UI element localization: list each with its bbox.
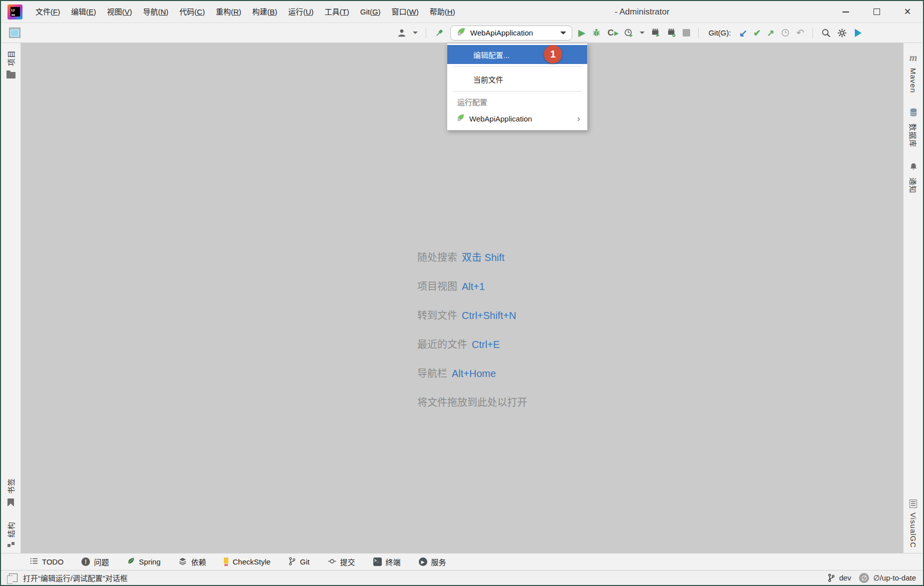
sync-status-icon[interactable]: ∅ — [859, 573, 869, 583]
stripe-item-database[interactable]: 数据库 — [908, 108, 919, 148]
user-account-icon[interactable] — [397, 28, 407, 38]
menu-help[interactable]: 帮助(H) — [424, 1, 461, 22]
visualgc-stripe-label: VisualGC — [909, 512, 918, 548]
git-branch-name[interactable]: dev — [839, 574, 851, 582]
menu-build[interactable]: 构建(B) — [247, 1, 283, 22]
toolwindow-problems[interactable]: ! 问题 — [81, 556, 109, 567]
stripe-item-project[interactable]: 项目 — [5, 50, 16, 78]
close-icon: × — [904, 6, 911, 18]
titlebar: IJ 文件(F) 编辑(E) 视图(V) 导航(N) 代码(C) 重构(R) 构… — [1, 1, 923, 23]
tool-window-toggle-icon[interactable] — [9, 28, 20, 38]
main-menubar: 文件(F) 编辑(E) 视图(V) 导航(N) 代码(C) 重构(R) 构建(B… — [30, 1, 461, 22]
ide-window: IJ 文件(F) 编辑(E) 视图(V) 导航(N) 代码(C) 重构(R) 构… — [0, 0, 924, 586]
stripe-item-structure[interactable]: 结构 — [5, 522, 16, 547]
statusbar-message: 打开“编辑运行/调试配置”对话框 — [23, 572, 127, 583]
menu-tools[interactable]: 工具(T) — [319, 1, 355, 22]
git-branch-icon — [288, 557, 296, 567]
close-button[interactable]: × — [892, 1, 923, 22]
toolbar-right-cluster: WebApiApplication ▶ C▶ Git(G): ↙ ✔ — [397, 23, 863, 42]
menu-git[interactable]: Git(G) — [355, 1, 386, 22]
maximize-icon — [874, 8, 880, 15]
menu-window[interactable]: 窗口(W) — [386, 1, 424, 22]
menu-refactor[interactable]: 重构(R) — [210, 1, 247, 22]
build-hammer-icon[interactable] — [434, 28, 444, 38]
structure-icon — [7, 542, 14, 547]
run-configuration-popup: 编辑配置... 当前文件 运行配置 WebApiApplication › 1 — [447, 43, 588, 130]
bell-icon — [910, 162, 918, 173]
popup-separator — [453, 91, 582, 92]
keyboard-shortcut-hints: 随处搜索 双击 Shift 项目视图 Alt+1 转到文件 Ctrl+Shift… — [417, 250, 527, 411]
menu-edit[interactable]: 编辑(E) — [65, 1, 101, 22]
stripe-item-visualgc[interactable]: VisualGC — [909, 500, 918, 548]
popup-section-run-configurations: 运行配置 — [447, 94, 587, 109]
bottom-tool-window-bar: TODO ! 问题 Spring 依赖 CheckStyle Git — [1, 553, 923, 570]
search-everywhere-icon[interactable] — [821, 28, 831, 38]
run-configuration-name: WebApiApplication — [470, 28, 533, 37]
services-icon: ▶ — [419, 558, 427, 566]
popup-separator — [453, 66, 582, 67]
hint-navigation-bar: 导航栏 Alt+Home — [417, 366, 527, 382]
toolbar-separator — [813, 28, 813, 38]
toolwindow-terminal[interactable]: >_ 终端 — [373, 556, 401, 567]
toolwindow-dependencies[interactable]: 依赖 — [178, 556, 206, 567]
structure-stripe-label: 结构 — [5, 522, 16, 538]
profiler-icon[interactable] — [624, 28, 634, 38]
minimize-icon — [843, 12, 849, 12]
stripe-item-notifications[interactable]: 通知 — [908, 162, 919, 194]
hint-recent-files: 最近的文件 Ctrl+E — [417, 336, 527, 353]
statusbar-toolwindow-icon[interactable] — [9, 574, 17, 582]
git-push-icon[interactable]: ↗ — [767, 28, 774, 38]
maven-icon: m — [910, 52, 918, 64]
toolwindow-checkstyle[interactable]: CheckStyle — [224, 558, 270, 566]
run-configuration-selector[interactable]: WebApiApplication — [450, 26, 572, 40]
bookmarks-stripe-label: 书签 — [5, 478, 16, 494]
step-annotation-badge: 1 — [544, 45, 562, 64]
history-icon-disabled — [781, 28, 791, 38]
attach-profiler-run-icon[interactable] — [651, 28, 661, 38]
menu-navigate[interactable]: 导航(N) — [137, 1, 174, 22]
run-button[interactable]: ▶ — [578, 28, 586, 38]
popup-config-label: WebApiApplication — [469, 114, 532, 123]
project-folder-icon — [6, 72, 15, 78]
spring-boot-icon — [456, 27, 466, 38]
menu-view[interactable]: 视图(V) — [101, 1, 137, 22]
combo-caret-icon — [560, 32, 566, 34]
terminal-icon: >_ — [373, 558, 382, 566]
toolwindow-commit[interactable]: 提交 — [328, 556, 355, 567]
window-title: - Administrator — [615, 1, 670, 23]
submenu-chevron-icon: › — [577, 113, 580, 124]
statusbar-left: 打开“编辑运行/调试配置”对话框 — [9, 572, 127, 583]
user-dropdown-caret-icon[interactable] — [413, 32, 418, 34]
menu-file[interactable]: 文件(F) — [30, 1, 65, 22]
popup-item-webapiapplication[interactable]: WebApiApplication › — [447, 109, 587, 128]
maximize-button[interactable] — [861, 1, 892, 22]
database-icon — [910, 108, 918, 119]
stripe-item-bookmarks[interactable]: 书签 — [5, 478, 16, 506]
toolwindow-todo[interactable]: TODO — [30, 558, 63, 566]
problems-icon: ! — [81, 558, 90, 566]
attach-profiler-settings-icon[interactable] — [667, 28, 677, 38]
toolwindow-services[interactable]: ▶ 服务 — [419, 556, 446, 567]
statusbar-right: dev ∅ ∅/up-to-date — [828, 572, 916, 584]
toolwindow-git[interactable]: Git — [288, 557, 309, 567]
popup-item-current-file[interactable]: 当前文件 — [447, 70, 587, 88]
profiler-dropdown-caret-icon[interactable] — [640, 32, 645, 34]
toolwindow-spring[interactable]: Spring — [127, 557, 160, 566]
todo-list-icon — [30, 558, 38, 566]
git-commit-icon[interactable]: ✔ — [753, 28, 761, 38]
debug-bug-icon[interactable] — [592, 28, 602, 38]
run-with-coverage-icon[interactable]: C▶ — [608, 28, 618, 38]
settings-gear-icon[interactable] — [837, 28, 847, 38]
menu-run[interactable]: 运行(U) — [283, 1, 319, 22]
popup-item-edit-configurations[interactable]: 编辑配置... — [447, 45, 587, 64]
minimize-button[interactable] — [830, 1, 861, 22]
project-stripe-label: 项目 — [5, 50, 16, 66]
visualgc-icon — [910, 500, 917, 508]
stripe-item-maven[interactable]: m Maven — [909, 52, 918, 93]
toolbar-separator — [426, 28, 426, 38]
rollback-icon-disabled: ↶ — [797, 28, 805, 38]
git-update-project-icon[interactable]: ↙ — [739, 28, 748, 38]
git-toolbar-label: Git(G): — [709, 28, 731, 37]
plugin-logo-icon[interactable] — [853, 28, 863, 38]
menu-code[interactable]: 代码(C) — [174, 1, 210, 22]
